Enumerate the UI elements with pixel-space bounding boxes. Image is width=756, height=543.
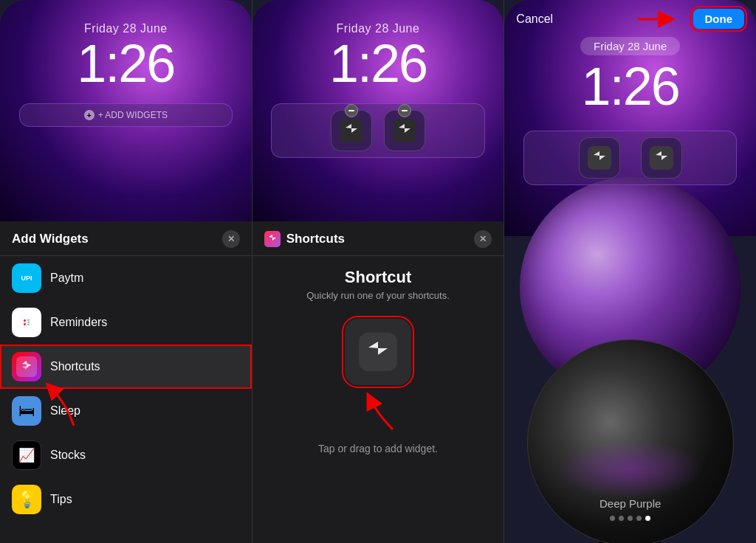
shortcuts-widget-icon-3b: [650, 146, 673, 170]
red-arrow-1: [44, 381, 103, 433]
svg-rect-2: [24, 323, 26, 325]
shortcuts-widget-icon-2: [393, 119, 416, 142]
arrow-container-2: [267, 400, 489, 437]
close-button-1[interactable]: ✕: [222, 230, 240, 248]
shortcuts-icon: [12, 352, 41, 381]
shortcuts-drawer-title: Shortcuts: [286, 232, 345, 246]
time-label-2: 1:26: [329, 37, 427, 90]
date-label-3: Friday 28 June: [594, 40, 667, 52]
panel-1: Friday 28 June 1:26 + + ADD WIDGETS Add …: [0, 0, 252, 543]
list-item-reminders[interactable]: Reminders: [0, 300, 252, 345]
widget-icons-3: [579, 137, 682, 179]
dot-4: [636, 516, 642, 521]
widget-icon-3b[interactable]: [641, 137, 682, 179]
svg-rect-1: [24, 319, 26, 322]
time-label-1: 1:26: [77, 37, 174, 90]
widget-icons-2: [331, 110, 425, 151]
widget-bar-2: [271, 103, 485, 158]
shortcuts-header-icon: [264, 231, 281, 247]
dot-5-active: [645, 516, 650, 521]
svg-rect-4: [27, 322, 30, 323]
phone-screen-2: Friday 28 June 1:26: [252, 0, 504, 221]
tips-icon: 💡: [12, 485, 41, 514]
time-label-3: 1:26: [582, 60, 679, 113]
drawer-header-1: Add Widgets ✕: [0, 230, 252, 256]
wallpaper-label: Deep Purple: [599, 497, 661, 510]
stocks-icon: 📈: [12, 440, 41, 470]
bottom-half-3: Deep Purple: [599, 236, 661, 543]
shortcuts-label: Shortcuts: [50, 360, 100, 373]
shortcut-title: Shortcut: [345, 268, 411, 287]
list-item-stocks[interactable]: 📈 Stocks: [0, 433, 252, 477]
widget-bar-1[interactable]: + + ADD WIDGETS: [19, 103, 233, 127]
done-arrow-svg: [630, 6, 682, 32]
dot-1: [610, 516, 615, 521]
phone-content-2: Friday 28 June 1:26: [252, 0, 504, 158]
add-widgets-label: + ADD WIDGETS: [98, 110, 168, 120]
svg-rect-5: [27, 324, 30, 325]
drawer-title-1: Add Widgets: [12, 232, 89, 246]
minus-badge-1[interactable]: [345, 104, 358, 117]
widget-icon-wrap-2: [384, 110, 425, 151]
shortcut-desc: Quickly run one of your shortcuts.: [306, 290, 450, 301]
shortcuts-logo-svg: [16, 356, 37, 377]
phone-content-1: Friday 28 June 1:26 + + ADD WIDGETS: [0, 0, 252, 127]
widget-icon-wrap-1: [331, 110, 372, 151]
reminders-icon: [12, 308, 41, 337]
shortcut-widget-preview[interactable]: [345, 319, 411, 385]
drawer-1: Add Widgets ✕ UPI Paytm: [0, 221, 252, 543]
list-item-shortcuts[interactable]: Shortcuts: [0, 345, 252, 389]
dot-3: [628, 516, 633, 521]
close-button-2[interactable]: ✕: [474, 230, 492, 248]
list-item-tips[interactable]: 💡 Tips: [0, 477, 252, 522]
plus-icon: +: [84, 110, 94, 120]
minus-badge-2[interactable]: [398, 104, 411, 117]
red-arrow-2: [348, 392, 408, 437]
phone-screen-1: Friday 28 June 1:26 + + ADD WIDGETS: [0, 0, 252, 221]
reminders-svg: [18, 314, 35, 331]
list-item-paytm[interactable]: UPI Paytm: [0, 256, 252, 300]
drawer-2: Shortcuts ✕ Shortcut Quickly run one of …: [252, 221, 504, 543]
shortcuts-widget-icon-1: [340, 119, 363, 142]
add-widgets-button[interactable]: + + ADD WIDGETS: [84, 110, 168, 120]
widget-icon-3a[interactable]: [579, 137, 620, 179]
shortcut-detail: Shortcut Quickly run one of your shortcu…: [252, 256, 504, 466]
cancel-button[interactable]: Cancel: [516, 13, 553, 26]
shortcuts-widget-icon-3a: [588, 146, 611, 170]
panel-3: Cancel Done Friday 28 June 1:26: [504, 0, 756, 543]
paytm-label: Paytm: [50, 272, 83, 285]
widget-bar-3: [523, 131, 738, 185]
svg-rect-3: [27, 319, 30, 321]
drawer-header-2: Shortcuts ✕: [252, 230, 504, 256]
paytm-icon: UPI: [12, 263, 41, 293]
drawer-header-icon-2: Shortcuts: [264, 231, 345, 247]
shortcut-preview-icon: [359, 333, 397, 371]
tips-label: Tips: [50, 493, 72, 506]
reminders-label: Reminders: [50, 316, 107, 329]
tap-drag-label: Tap or drag to add widget.: [318, 443, 438, 454]
date-pill-3: Friday 28 June: [580, 37, 680, 55]
dot-2: [619, 516, 624, 521]
sleep-icon: 🛏: [12, 396, 41, 426]
stocks-label: Stocks: [50, 449, 86, 462]
done-button[interactable]: Done: [693, 9, 745, 29]
svg-point-0: [19, 315, 34, 330]
purple-glow: [557, 440, 704, 499]
panel-2: Friday 28 June 1:26: [252, 0, 505, 543]
main-container: Friday 28 June 1:26 + + ADD WIDGETS Add …: [0, 0, 756, 543]
dots-row: [610, 516, 650, 521]
list-item-sleep[interactable]: 🛏 Sleep: [0, 389, 252, 433]
